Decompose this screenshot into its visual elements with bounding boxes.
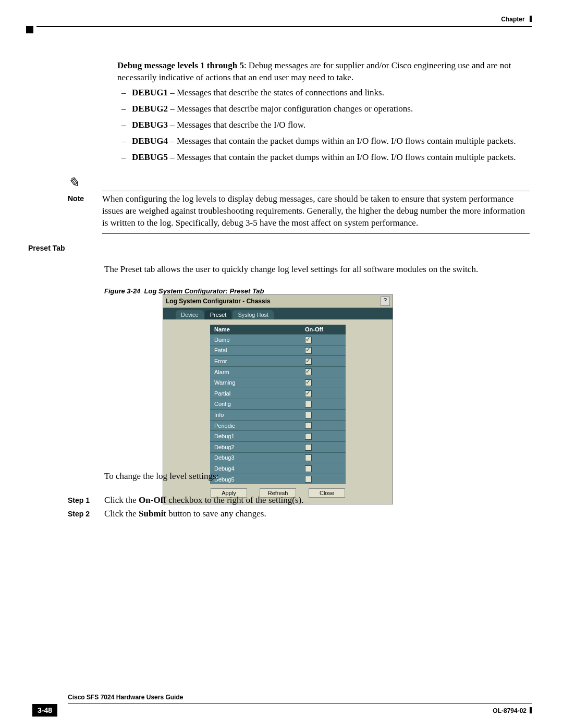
row-name: Fatal [210, 345, 301, 356]
tab-preset[interactable]: Preset [205, 310, 232, 319]
row-name: Debug1 [210, 431, 301, 442]
row-onoff-cell [301, 463, 346, 474]
onoff-checkbox[interactable] [305, 476, 312, 483]
row-name: Dump [210, 335, 301, 346]
table-row: Fatal [210, 345, 346, 356]
intro-bold: Debug message levels 1 through 5 [117, 60, 244, 70]
onoff-checkbox[interactable] [305, 401, 312, 408]
step1-label: Step 1 [68, 495, 104, 505]
footer-book-title: Cisco SFS 7024 Hardware Users Guide [68, 694, 183, 701]
help-button[interactable]: ? [381, 297, 390, 306]
table-row: Error [210, 356, 346, 367]
row-onoff-cell [301, 431, 346, 442]
row-name: Debug4 [210, 463, 301, 474]
col-onoff: On-Off [301, 325, 346, 335]
row-onoff-cell [301, 474, 346, 484]
row-onoff-cell [301, 399, 346, 410]
onoff-checkbox[interactable] [305, 422, 312, 429]
onoff-checkbox[interactable] [305, 379, 312, 386]
header-square-icon [26, 26, 33, 33]
row-name: Alarm [210, 366, 301, 377]
figure-caption: Figure 3-24 Log System Configurator: Pre… [104, 287, 264, 295]
onoff-checkbox[interactable] [305, 390, 312, 397]
table-row: Warning [210, 377, 346, 388]
onoff-checkbox[interactable] [305, 347, 312, 354]
row-name: Info [210, 410, 301, 421]
step1-text: Click the On-Off checkbox to the right o… [104, 495, 530, 505]
table-row: Config [210, 399, 346, 410]
debug-item: DEBUG1 – Messages that describe the stat… [132, 87, 530, 99]
table-header-row: Name On-Off [210, 325, 346, 335]
footer-rule [68, 704, 532, 704]
note-bottom-rule [102, 233, 530, 234]
page-number: 3-48 [32, 704, 57, 717]
figure-title: Log System Configurator: Preset Tab [144, 287, 264, 295]
note-top-rule [102, 191, 530, 191]
row-name: Debug2 [210, 441, 301, 452]
debug-item: DEBUG2 – Messages that describe major co… [132, 103, 530, 115]
onoff-checkbox[interactable] [305, 412, 312, 418]
onoff-checkbox[interactable] [305, 433, 312, 440]
onoff-checkbox[interactable] [305, 454, 312, 461]
debug-item: DEBUG4 – Messages that contain the packe… [132, 135, 530, 147]
debug-item: DEBUG3 – Messages that describe the I/O … [132, 119, 530, 131]
onoff-checkbox[interactable] [305, 358, 312, 365]
table-row: Debug5 [210, 474, 346, 484]
row-name: Periodic [210, 420, 301, 431]
row-onoff-cell [301, 410, 346, 421]
row-onoff-cell [301, 388, 346, 399]
row-name: Debug3 [210, 452, 301, 463]
table-row: Info [210, 410, 346, 421]
row-onoff-cell [301, 335, 346, 346]
section-heading: Preset Tab [28, 244, 65, 252]
procedure-intro: To change the log level settings: [104, 471, 218, 482]
note-text: When configuring the log levels to displ… [102, 193, 530, 229]
note-label: Note [68, 193, 102, 229]
table-row: Debug1 [210, 431, 346, 442]
header-bar-icon [530, 16, 532, 22]
tab-syslog-host[interactable]: Syslog Host [232, 310, 274, 319]
debug-item: DEBUG5 – Messages that contain the packe… [132, 152, 530, 164]
table-row: Partial [210, 388, 346, 399]
onoff-checkbox[interactable] [305, 337, 312, 343]
row-onoff-cell [301, 345, 346, 356]
intro-paragraph: Debug message levels 1 through 5: Debug … [117, 60, 530, 84]
onoff-checkbox[interactable] [305, 444, 312, 451]
onoff-checkbox[interactable] [305, 465, 312, 472]
row-name: Config [210, 399, 301, 410]
row-name: Error [210, 356, 301, 367]
figure-number: Figure 3-24 [104, 287, 140, 295]
row-onoff-cell [301, 356, 346, 367]
table-row: Alarm [210, 366, 346, 377]
table-row: Debug4 [210, 463, 346, 474]
row-onoff-cell [301, 420, 346, 431]
row-onoff-cell [301, 377, 346, 388]
pencil-icon: ✎ [68, 175, 530, 191]
col-name: Name [210, 325, 301, 335]
footer-doc-number: OL-8794-02 [493, 707, 532, 714]
row-name: Warning [210, 377, 301, 388]
row-onoff-cell [301, 366, 346, 377]
header-rule [36, 26, 532, 27]
row-name: Debug5 [210, 474, 301, 484]
footer-bar-icon [530, 707, 532, 713]
step2-label: Step 2 [68, 509, 104, 519]
window-title: Log System Configurator - Chassis [166, 298, 381, 305]
table-row: Debug3 [210, 452, 346, 463]
row-onoff-cell [301, 441, 346, 452]
tab-device[interactable]: Device [176, 310, 204, 319]
row-name: Partial [210, 388, 301, 399]
chapter-text: Chapter [501, 16, 524, 23]
row-onoff-cell [301, 452, 346, 463]
header-chapter-label: Chapter [501, 16, 532, 23]
step2-text: Click the Submit button to save any chan… [104, 509, 530, 519]
table-row: Debug2 [210, 441, 346, 452]
table-row: Dump [210, 335, 346, 346]
onoff-checkbox[interactable] [305, 368, 312, 375]
table-row: Periodic [210, 420, 346, 431]
section-body: The Preset tab allows the user to quickl… [104, 264, 530, 276]
